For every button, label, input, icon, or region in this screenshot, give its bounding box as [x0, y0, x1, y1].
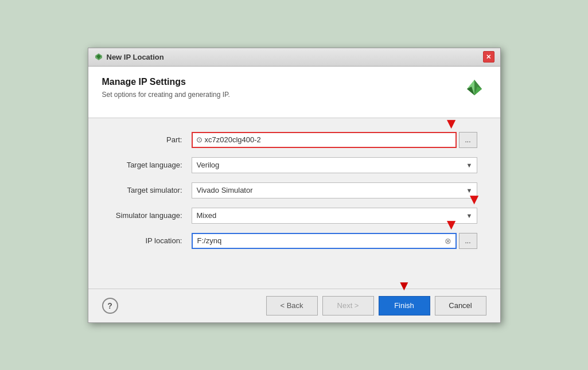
- ip-location-clear-button[interactable]: ⊗: [442, 235, 454, 247]
- vivado-logo-icon: [460, 75, 489, 104]
- header-section: Manage IP Settings Set options for creat…: [88, 67, 500, 118]
- simulator-language-select-wrapper: Mixed Verilog VHDL ▼: [192, 208, 477, 224]
- page-title: Manage IP Settings: [102, 77, 486, 87]
- app-icon: [94, 52, 103, 61]
- page-subtitle: Set options for creating and generating …: [102, 91, 486, 99]
- dialog-title: New IP Location: [107, 53, 164, 61]
- title-bar-left: New IP Location: [94, 52, 164, 61]
- simulator-language-control: Mixed Verilog VHDL ▼: [192, 208, 477, 224]
- simulator-language-label: Simulator language:: [111, 211, 192, 220]
- ip-location-input-wrapper[interactable]: ⊗: [192, 233, 457, 249]
- part-row: ▼ Part: ⊙ xc7z020clg400-2 ...: [111, 132, 477, 148]
- footer-section: ? < Back Next > ▼ Finish Cancel: [88, 289, 500, 322]
- simulator-language-row: ▼ Simulator language: Mixed Verilog VHDL…: [111, 208, 477, 224]
- target-simulator-label: Target simulator:: [111, 186, 192, 194]
- part-browse-button[interactable]: ...: [459, 132, 477, 148]
- chip-icon: ⊙: [196, 135, 203, 144]
- target-language-label: Target language:: [111, 161, 192, 169]
- target-language-row: Target language: Verilog VHDL ▼: [111, 157, 477, 173]
- ip-location-label: IP location:: [111, 236, 192, 245]
- target-language-control: Verilog VHDL ▼: [192, 157, 477, 173]
- footer-left: ?: [102, 298, 118, 314]
- part-label: Part:: [111, 135, 192, 144]
- back-button[interactable]: < Back: [266, 296, 318, 316]
- help-button[interactable]: ?: [102, 298, 118, 314]
- target-simulator-select[interactable]: Vivado Simulator ModelSim Questa: [192, 182, 477, 198]
- footer-right: < Back Next > ▼ Finish Cancel: [266, 296, 486, 316]
- ip-location-row: ▼ IP location: ⊗ ...: [111, 233, 477, 249]
- target-simulator-row: Target simulator: Vivado Simulator Model…: [111, 182, 477, 198]
- target-language-select[interactable]: Verilog VHDL: [192, 157, 477, 173]
- target-simulator-select-wrapper: Vivado Simulator ModelSim Questa ▼: [192, 182, 477, 198]
- part-value: xc7z020clg400-2: [205, 135, 261, 144]
- ip-location-input[interactable]: [193, 234, 442, 248]
- header-logo: [460, 75, 489, 106]
- content-section: ▼ Part: ⊙ xc7z020clg400-2 ... Target lan…: [88, 118, 500, 289]
- next-button[interactable]: Next >: [322, 296, 374, 316]
- ip-location-control: ⊗ ...: [192, 233, 477, 249]
- title-bar: New IP Location ✕: [88, 48, 500, 67]
- target-language-select-wrapper: Verilog VHDL ▼: [192, 157, 477, 173]
- target-simulator-control: Vivado Simulator ModelSim Questa ▼: [192, 182, 477, 198]
- ip-location-browse-button[interactable]: ...: [459, 233, 477, 249]
- part-input-field[interactable]: ⊙ xc7z020clg400-2: [192, 132, 457, 148]
- close-button[interactable]: ✕: [483, 51, 494, 63]
- simulator-language-select[interactable]: Mixed Verilog VHDL: [192, 208, 477, 224]
- cancel-button[interactable]: Cancel: [435, 296, 486, 316]
- finish-button[interactable]: Finish: [379, 296, 430, 316]
- part-control-wrapper: ⊙ xc7z020clg400-2 ...: [192, 132, 477, 148]
- dialog: New IP Location ✕ Manage IP Settings Set…: [88, 48, 501, 323]
